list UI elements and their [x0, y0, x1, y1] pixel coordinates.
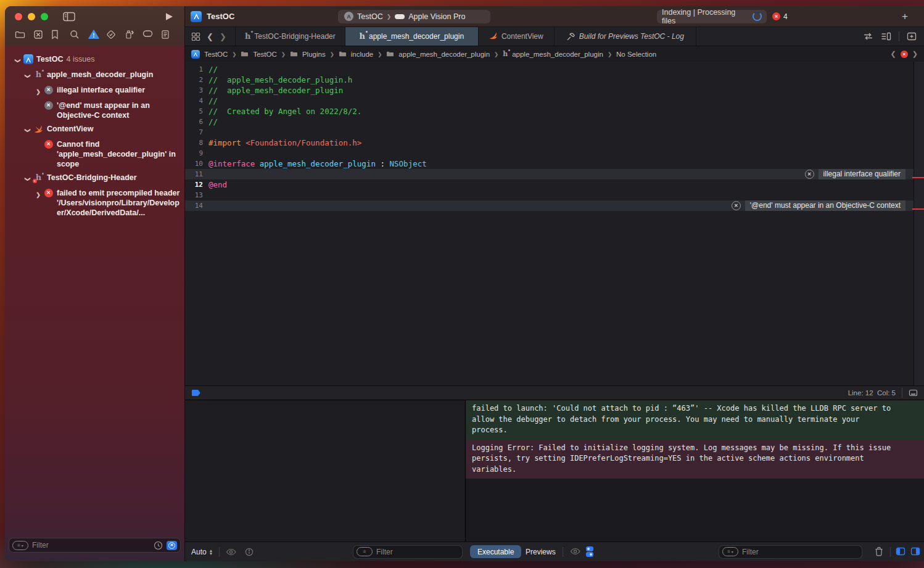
test-navigator-icon[interactable]: [106, 30, 120, 43]
add-tab-button[interactable]: +: [902, 10, 908, 23]
breadcrumb-item[interactable]: include: [351, 51, 373, 58]
minimap-scrollbar[interactable]: [914, 62, 924, 385]
chevron-separator-icon: ❯: [387, 14, 392, 20]
variables-filter-field[interactable]: ≡ Filter: [353, 545, 463, 559]
code-line[interactable]: 6//: [185, 117, 914, 127]
bookmark-navigator-icon[interactable]: [51, 30, 65, 43]
previous-issue-icon[interactable]: ❮: [891, 50, 896, 58]
scheme-selector[interactable]: A TestOC ❯ Apple Vision Pro: [338, 10, 490, 23]
code-line[interactable]: 5// Created by Angel on 2022/8/2.: [185, 106, 914, 117]
breadcrumb-item[interactable]: apple_mesh_decoder_plugin: [512, 51, 603, 58]
search-icon[interactable]: [70, 30, 83, 43]
variables-view[interactable]: [185, 400, 464, 541]
code-line[interactable]: 13: [185, 190, 914, 200]
disclosure-chevron-icon[interactable]: ❯: [13, 56, 25, 66]
code-line[interactable]: 2// apple_mesh_decoder_plugin.h: [185, 75, 914, 85]
tab-build-log[interactable]: Build for Previews TestOC - Log: [555, 27, 696, 46]
error-icon: ✕: [43, 188, 54, 197]
code-area[interactable]: 1// 2// apple_mesh_decoder_plugin.h 3// …: [185, 62, 914, 385]
console-filter-field[interactable]: ≡▾ Filter: [719, 545, 862, 559]
code-line[interactable]: 10@interface apple_mesh_decoder_plugin :…: [185, 158, 914, 169]
issue-group-project[interactable]: ❯ TestOC4 issues: [10, 54, 181, 66]
header-file-icon: h: [33, 70, 44, 79]
filter-placeholder: Filter: [32, 541, 154, 549]
tab-bridging-header[interactable]: h TestOC-Bridging-Header: [235, 27, 345, 46]
show-variables-pane-icon[interactable]: [896, 547, 905, 556]
run-button[interactable]: [165, 12, 173, 21]
code-line[interactable]: 1//: [185, 64, 914, 75]
toggle-sidebar-icon[interactable]: [63, 12, 75, 22]
window-title: TestOC: [207, 12, 234, 21]
code-line[interactable]: 3// apple_mesh_decoder_plugin: [185, 85, 914, 96]
console-view[interactable]: failed to launch: 'Could not attach to p…: [465, 400, 924, 541]
activity-status[interactable]: Indexing | Processing files: [657, 10, 767, 23]
related-items-icon[interactable]: [191, 32, 200, 41]
issue-navigator-icon[interactable]: [88, 30, 102, 43]
issue-file-row[interactable]: ❯ h apple_mesh_decoder_plugin: [10, 70, 181, 81]
issue-row[interactable]: ✕ '@end' must appear in an Objective-C c…: [10, 101, 181, 120]
quicklook-eye-icon[interactable]: [226, 548, 236, 556]
issue-row[interactable]: ✕ Cannot find 'apple_mesh_decoder_plugin…: [10, 139, 181, 169]
navigator-filter-field[interactable]: ≡▾ Filter ✕: [9, 538, 181, 553]
variables-scope-selector[interactable]: Auto ▲▼: [191, 548, 213, 556]
breakpoint-tag-icon[interactable]: [191, 389, 201, 397]
debug-navigator-icon[interactable]: [125, 30, 138, 43]
add-editor-icon[interactable]: [907, 32, 917, 41]
disclosure-chevron-icon[interactable]: ❯: [33, 85, 43, 97]
console-source-previews[interactable]: Previews: [526, 548, 556, 556]
tab-bar: ❮ ❯ h TestOC-Bridging-Header h apple_mes…: [185, 27, 924, 46]
next-issue-icon[interactable]: ❯: [912, 50, 918, 58]
console-source-executable[interactable]: Executable: [470, 545, 521, 558]
project-navigator-icon[interactable]: [15, 30, 28, 43]
issue-row[interactable]: ❯ ✕ failed to emit precompiled header '/…: [10, 188, 181, 218]
close-button[interactable]: [15, 13, 22, 20]
report-navigator-icon[interactable]: [161, 30, 175, 43]
header-file-icon: h: [245, 32, 250, 41]
code-line[interactable]: 8#import <Foundation/Foundation.h>: [185, 138, 914, 148]
recent-files-clock-icon[interactable]: [154, 541, 163, 550]
error-tick-icon[interactable]: [912, 208, 924, 210]
issue-badge-icon[interactable]: ✕: [901, 51, 908, 58]
breadcrumb-item[interactable]: No Selection: [616, 51, 656, 58]
issue-file-row[interactable]: ❯ ContentView: [10, 124, 181, 136]
show-only-issues-toggle[interactable]: ✕: [167, 541, 177, 550]
info-icon[interactable]: [245, 548, 254, 556]
inline-error-annotation[interactable]: ✕ illegal interface qualifier: [805, 169, 905, 179]
app-project-icon: [191, 50, 200, 59]
code-line[interactable]: 7: [185, 127, 914, 138]
adjust-editor-bar-icon[interactable]: [909, 389, 918, 397]
issue-row[interactable]: ❯ ✕ illegal interface qualifier: [10, 85, 181, 97]
code-line-current[interactable]: 12@end: [185, 179, 914, 190]
go-forward-icon[interactable]: ❯: [220, 32, 226, 41]
error-tick-icon[interactable]: [912, 177, 924, 178]
clear-console-trash-icon[interactable]: [875, 546, 883, 556]
minimize-button[interactable]: [28, 13, 35, 20]
code-line[interactable]: 9: [185, 148, 914, 158]
error-message: illegal interface qualifier: [819, 169, 905, 179]
error-count-badge[interactable]: ✕ 4: [772, 12, 788, 21]
source-control-navigator-icon[interactable]: [33, 30, 47, 43]
breakpoint-navigator-icon[interactable]: [142, 30, 156, 43]
go-back-icon[interactable]: ❮: [207, 32, 213, 41]
scheme-app-icon: A: [344, 12, 353, 21]
tab-apple-mesh-decoder-plugin[interactable]: h apple_mesh_decoder_plugin: [345, 27, 478, 46]
folder-icon: [386, 51, 394, 57]
inline-error-annotation[interactable]: ✕ '@end' must appear in an Objective-C c…: [732, 200, 905, 211]
disclosure-chevron-icon[interactable]: ❯: [33, 188, 43, 200]
code-line[interactable]: 4//: [185, 96, 914, 106]
code-review-icon[interactable]: [863, 32, 873, 41]
disclosure-chevron-icon[interactable]: ❯: [23, 126, 35, 136]
console-eye-icon[interactable]: [570, 548, 580, 555]
tab-contentview[interactable]: ContentView: [478, 27, 555, 46]
breadcrumb-item[interactable]: TestOC: [204, 51, 228, 58]
breadcrumb-item[interactable]: Plugins: [302, 51, 326, 58]
breadcrumb-item[interactable]: apple_mesh_decoder_plugin: [398, 51, 490, 58]
zoom-button[interactable]: [41, 13, 48, 20]
console-io-toggles-icon[interactable]: [586, 546, 593, 557]
disclosure-chevron-icon[interactable]: ❯: [23, 72, 35, 81]
issue-file-row[interactable]: ❯ h✕ TestOC-Bridging-Header: [10, 173, 181, 184]
source-editor[interactable]: 1// 2// apple_mesh_decoder_plugin.h 3// …: [185, 62, 924, 400]
breadcrumb-item[interactable]: TestOC: [253, 51, 276, 58]
minimap-icon[interactable]: [881, 32, 891, 41]
show-console-pane-icon[interactable]: [910, 547, 920, 556]
